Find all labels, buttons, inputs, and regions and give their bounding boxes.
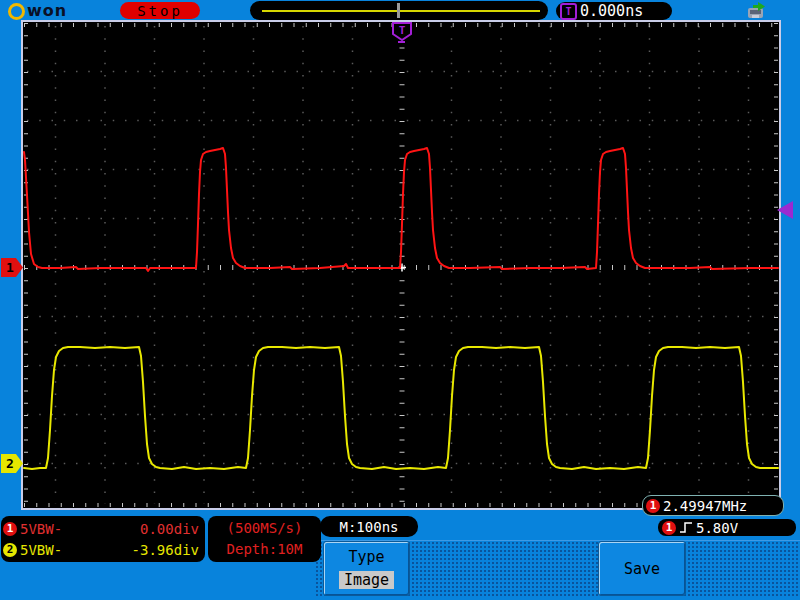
- type-value: Image: [339, 571, 394, 589]
- trigger-level-arrow-icon: [776, 200, 794, 224]
- ch2-badge: 2: [3, 543, 17, 557]
- trigger-time-value: 0.000ns: [580, 2, 643, 20]
- ch1-badge: 1: [646, 499, 660, 513]
- trigger-level-value: 5.80V: [696, 520, 738, 536]
- ch2-scale-label: 5VBW-: [20, 542, 62, 558]
- trigger-level-readout: 1 5.80V: [658, 519, 796, 536]
- save-label: Save: [624, 560, 660, 578]
- ch1-badge: 1: [662, 521, 676, 535]
- save-button[interactable]: Save: [598, 541, 686, 596]
- trigger-time-readout: T 0.000ns: [556, 2, 672, 20]
- owon-logo-text: won: [27, 1, 67, 21]
- rising-edge-icon: [679, 521, 693, 534]
- ch1-info-row: 1 5VBW- 0.00div: [3, 519, 199, 539]
- frequency-value: 2.49947MHz: [663, 498, 747, 514]
- ch2-position-value: -3.96div: [132, 542, 199, 558]
- owon-logo-ring-icon: [8, 3, 25, 20]
- view-position-tick: [397, 3, 400, 18]
- frequency-counter: 1 2.49947MHz: [642, 495, 784, 516]
- timebase-readout: M:100ns: [320, 516, 418, 537]
- trigger-t-icon: T: [560, 3, 577, 20]
- trigger-marker-letter: T: [399, 24, 406, 37]
- channel-info-panel: 1 5VBW- 0.00div 2 5VBW- -3.96div: [1, 516, 205, 562]
- memory-span-line: [262, 10, 540, 12]
- ch1-badge: 1: [3, 522, 17, 536]
- trigger-marker-dash: [398, 41, 405, 43]
- acquisition-info-panel: (500MS/s) Depth:10M: [208, 516, 321, 562]
- memory-depth: Depth:10M: [227, 539, 303, 560]
- type-image-button[interactable]: Type Image: [323, 541, 410, 596]
- ch2-info-row: 2 5VBW- -3.96div: [3, 540, 199, 560]
- type-label: Type: [348, 548, 384, 566]
- ch1-position-value: 0.00div: [140, 521, 199, 537]
- usb-storage-icon: [746, 2, 768, 24]
- run-stop-button[interactable]: Stop: [120, 2, 200, 19]
- memory-position-bar: [250, 1, 548, 20]
- sample-rate: (500MS/s): [227, 518, 303, 539]
- owon-logo: won: [8, 1, 67, 21]
- ch1-scale-label: 5VBW-: [20, 521, 62, 537]
